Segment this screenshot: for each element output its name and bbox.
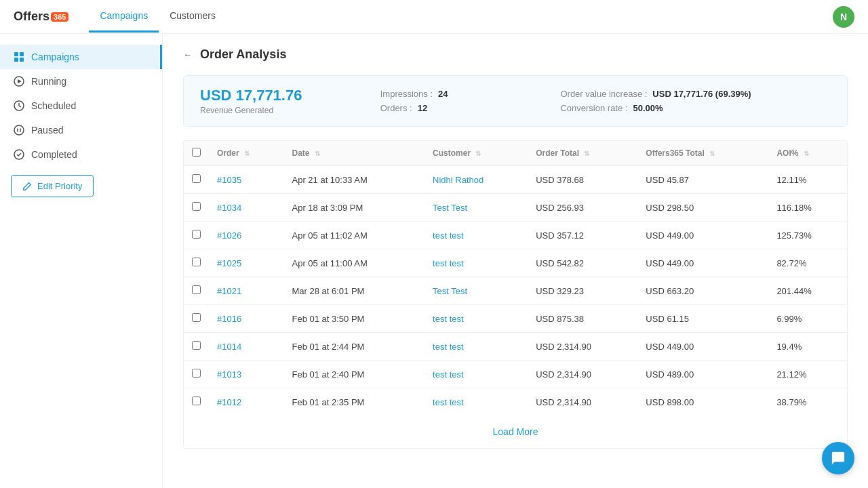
- edit-priority-button[interactable]: Edit Priority: [11, 175, 94, 197]
- customer-link-5[interactable]: test test: [433, 314, 464, 324]
- header-checkbox-cell: [184, 141, 209, 166]
- row-date: Feb 01 at 3:50 PM: [283, 305, 425, 333]
- row-date: Apr 05 at 11:02 AM: [283, 222, 425, 249]
- row-checkbox-3[interactable]: [192, 258, 201, 266]
- sidebar-item-scheduled[interactable]: Scheduled: [0, 94, 162, 118]
- row-date: Mar 28 at 6:01 PM: [283, 277, 425, 305]
- row-aoi: 116.18%: [768, 194, 847, 222]
- row-order: #1012: [209, 388, 283, 416]
- row-checkbox-2[interactable]: [192, 230, 201, 239]
- chat-icon: [831, 451, 846, 466]
- order-link-2[interactable]: #1026: [217, 230, 241, 241]
- sidebar-item-paused[interactable]: Paused: [0, 118, 162, 142]
- orders-row: Orders : 12: [380, 103, 561, 113]
- row-checkbox-7[interactable]: [192, 369, 201, 378]
- order-link-7[interactable]: #1013: [217, 369, 241, 380]
- row-offers365-total: USD 45.87: [637, 166, 768, 194]
- chat-button[interactable]: [822, 442, 854, 474]
- revenue-label: Revenue Generated: [200, 106, 380, 115]
- row-checkbox-cell: [184, 222, 209, 249]
- sort-icon-order: ⇅: [244, 150, 250, 157]
- row-offers365-total: USD 449.00: [637, 333, 768, 361]
- layout: Campaigns Running Scheduled Paused: [0, 34, 868, 488]
- select-all-checkbox[interactable]: [192, 148, 201, 157]
- row-checkbox-0[interactable]: [192, 174, 201, 183]
- svg-rect-2: [14, 58, 18, 62]
- header-customer[interactable]: Customer ⇅: [425, 141, 528, 166]
- orders-table-container: Order ⇅ Date ⇅ Customer ⇅ Order Total ⇅ …: [183, 140, 848, 449]
- sidebar-item-completed[interactable]: Completed: [0, 142, 162, 167]
- table-header-row: Order ⇅ Date ⇅ Customer ⇅ Order Total ⇅ …: [184, 141, 847, 166]
- table-row: #1021 Mar 28 at 6:01 PM Test Test USD 32…: [184, 277, 847, 305]
- row-order-total: USD 329.23: [528, 277, 637, 305]
- row-order: #1034: [209, 194, 283, 222]
- sort-icon-offers365-total: ⇅: [709, 150, 715, 157]
- row-checkbox-5[interactable]: [192, 313, 201, 322]
- row-checkbox-4[interactable]: [192, 285, 201, 294]
- table-row: #1034 Apr 18 at 3:09 PM Test Test USD 25…: [184, 194, 847, 222]
- nav-links: Campaigns Customers: [89, 1, 833, 33]
- row-offers365-total: USD 898.00: [637, 388, 768, 416]
- sort-icon-customer: ⇅: [475, 150, 481, 157]
- customer-link-4[interactable]: Test Test: [433, 286, 467, 296]
- customer-link-8[interactable]: test test: [433, 397, 464, 407]
- customer-link-0[interactable]: Nidhi Rathod: [433, 175, 484, 185]
- header-date[interactable]: Date ⇅: [283, 141, 425, 166]
- row-order-total: USD 875.38: [528, 305, 637, 333]
- order-link-3[interactable]: #1025: [217, 258, 241, 268]
- table-row: #1025 Apr 05 at 11:00 AM test test USD 5…: [184, 249, 847, 277]
- nav-campaigns[interactable]: Campaigns: [89, 1, 159, 33]
- order-link-8[interactable]: #1012: [217, 397, 241, 407]
- check-circle-icon: [14, 149, 24, 160]
- sidebar-label-running: Running: [31, 76, 66, 87]
- row-offers365-total: USD 449.00: [637, 222, 768, 249]
- header-aoi[interactable]: AOI% ⇅: [768, 141, 847, 166]
- order-link-4[interactable]: #1021: [217, 286, 241, 296]
- header-order-total[interactable]: Order Total ⇅: [528, 141, 637, 166]
- row-checkbox-8[interactable]: [192, 396, 201, 405]
- customer-link-1[interactable]: Test Test: [433, 203, 467, 213]
- logo-badge: 365: [51, 12, 68, 22]
- order-link-1[interactable]: #1034: [217, 203, 241, 213]
- svg-rect-1: [20, 52, 24, 56]
- load-more-button[interactable]: Load More: [184, 415, 847, 448]
- nav-customers[interactable]: Customers: [159, 1, 226, 33]
- customer-link-2[interactable]: test test: [433, 230, 464, 241]
- pause-circle-icon: [14, 125, 24, 136]
- row-offers365-total: USD 663.20: [637, 277, 768, 305]
- impressions-label: Impressions :: [380, 89, 433, 99]
- customer-link-6[interactable]: test test: [433, 342, 464, 352]
- clock-icon: [14, 100, 24, 111]
- row-customer: test test: [425, 249, 528, 277]
- logo: Offers 365: [14, 9, 68, 24]
- avatar: N: [833, 6, 854, 28]
- grid-icon: [14, 52, 24, 62]
- header-order[interactable]: Order ⇅: [209, 141, 283, 166]
- row-date: Apr 18 at 3:09 PM: [283, 194, 425, 222]
- row-aoi: 21.12%: [768, 361, 847, 388]
- row-checkbox-cell: [184, 388, 209, 416]
- row-order: #1021: [209, 277, 283, 305]
- sidebar-item-campaigns[interactable]: Campaigns: [0, 45, 162, 69]
- row-offers365-total: USD 489.00: [637, 361, 768, 388]
- header-offers365-total[interactable]: Offers365 Total ⇅: [637, 141, 768, 166]
- row-checkbox-1[interactable]: [192, 202, 201, 211]
- back-button[interactable]: ←: [183, 49, 192, 60]
- row-customer: test test: [425, 222, 528, 249]
- order-link-5[interactable]: #1016: [217, 314, 241, 324]
- sort-icon-aoi: ⇅: [804, 150, 809, 157]
- table-row: #1012 Feb 01 at 2:35 PM test test USD 2,…: [184, 388, 847, 416]
- sidebar-item-running[interactable]: Running: [0, 69, 162, 94]
- stats-middle: Impressions : 24 Orders : 12: [380, 89, 561, 113]
- table-row: #1016 Feb 01 at 3:50 PM test test USD 87…: [184, 305, 847, 333]
- customer-link-3[interactable]: test test: [433, 258, 464, 268]
- row-order: #1025: [209, 249, 283, 277]
- row-date: Apr 21 at 10:33 AM: [283, 166, 425, 194]
- order-link-0[interactable]: #1035: [217, 175, 241, 185]
- order-link-6[interactable]: #1014: [217, 342, 241, 352]
- row-date: Apr 05 at 11:00 AM: [283, 249, 425, 277]
- customer-link-7[interactable]: test test: [433, 369, 464, 380]
- row-checkbox-6[interactable]: [192, 341, 201, 350]
- table-row: #1026 Apr 05 at 11:02 AM test test USD 3…: [184, 222, 847, 249]
- row-checkbox-cell: [184, 333, 209, 361]
